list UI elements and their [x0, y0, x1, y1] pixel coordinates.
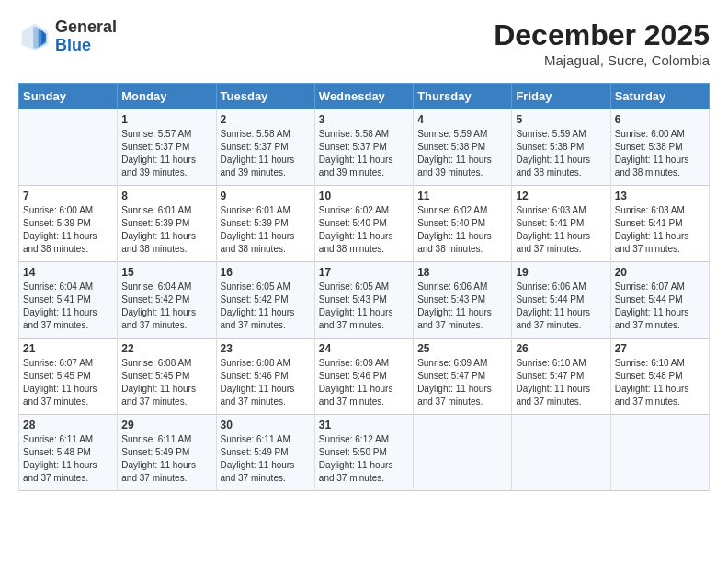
cell-info: Sunrise: 6:10 AM Sunset: 5:47 PM Dayligh…	[516, 357, 606, 408]
day-number: 8	[121, 190, 211, 202]
logo-blue-text: Blue	[55, 36, 91, 54]
day-number: 17	[319, 266, 409, 279]
day-number: 5	[516, 113, 606, 126]
calendar-cell: 27Sunrise: 6:10 AM Sunset: 5:48 PM Dayli…	[610, 339, 709, 415]
col-wednesday: Wednesday	[314, 84, 413, 109]
calendar-cell	[19, 109, 118, 186]
calendar-cell: 1Sunrise: 5:57 AM Sunset: 5:37 PM Daylig…	[118, 109, 216, 186]
day-number: 26	[516, 342, 606, 355]
day-number: 28	[23, 419, 113, 431]
cell-info: Sunrise: 6:10 AM Sunset: 5:48 PM Dayligh…	[615, 357, 705, 408]
day-number: 15	[121, 266, 211, 279]
calendar-cell: 22Sunrise: 6:08 AM Sunset: 5:45 PM Dayli…	[118, 339, 216, 415]
cell-info: Sunrise: 5:58 AM Sunset: 5:37 PM Dayligh…	[319, 128, 409, 179]
calendar-header: Sunday Monday Tuesday Wednesday Thursday…	[19, 84, 710, 109]
calendar-cell: 28Sunrise: 6:11 AM Sunset: 5:48 PM Dayli…	[19, 415, 118, 491]
cell-info: Sunrise: 6:08 AM Sunset: 5:46 PM Dayligh…	[221, 357, 311, 408]
title-area: December 2025 Majagual, Sucre, Colombia	[494, 18, 710, 68]
day-number: 20	[615, 266, 705, 279]
day-number: 19	[516, 266, 606, 279]
day-number: 3	[319, 113, 409, 126]
calendar-cell: 25Sunrise: 6:09 AM Sunset: 5:47 PM Dayli…	[414, 339, 512, 415]
calendar-cell: 15Sunrise: 6:04 AM Sunset: 5:42 PM Dayli…	[118, 262, 216, 339]
calendar-cell: 17Sunrise: 6:05 AM Sunset: 5:43 PM Dayli…	[314, 262, 413, 339]
day-number: 27	[615, 342, 705, 355]
cell-info: Sunrise: 6:11 AM Sunset: 5:49 PM Dayligh…	[121, 433, 211, 485]
day-number: 29	[121, 419, 211, 431]
location: Majagual, Sucre, Colombia	[494, 52, 710, 68]
cell-info: Sunrise: 6:09 AM Sunset: 5:47 PM Dayligh…	[417, 357, 507, 408]
cell-info: Sunrise: 6:09 AM Sunset: 5:46 PM Dayligh…	[319, 357, 409, 408]
cell-info: Sunrise: 6:00 AM Sunset: 5:39 PM Dayligh…	[23, 204, 113, 256]
cell-info: Sunrise: 6:00 AM Sunset: 5:38 PM Dayligh…	[615, 128, 705, 179]
calendar-cell: 31Sunrise: 6:12 AM Sunset: 5:50 PM Dayli…	[314, 415, 413, 491]
day-number: 7	[23, 190, 113, 202]
cell-info: Sunrise: 6:05 AM Sunset: 5:43 PM Dayligh…	[319, 281, 409, 332]
col-friday: Friday	[512, 84, 610, 109]
cell-info: Sunrise: 5:58 AM Sunset: 5:37 PM Dayligh…	[221, 128, 311, 179]
calendar-cell: 11Sunrise: 6:02 AM Sunset: 5:40 PM Dayli…	[414, 186, 512, 262]
calendar-cell: 8Sunrise: 6:01 AM Sunset: 5:39 PM Daylig…	[118, 186, 216, 262]
calendar-cell: 19Sunrise: 6:06 AM Sunset: 5:44 PM Dayli…	[512, 262, 610, 339]
cell-info: Sunrise: 6:03 AM Sunset: 5:41 PM Dayligh…	[615, 204, 705, 256]
day-number: 1	[121, 113, 211, 126]
day-number: 11	[417, 190, 507, 202]
calendar-cell: 29Sunrise: 6:11 AM Sunset: 5:49 PM Dayli…	[118, 415, 216, 491]
calendar-table: Sunday Monday Tuesday Wednesday Thursday…	[18, 83, 710, 491]
day-number: 10	[319, 190, 409, 202]
cell-info: Sunrise: 6:07 AM Sunset: 5:45 PM Dayligh…	[23, 357, 113, 408]
cell-info: Sunrise: 5:59 AM Sunset: 5:38 PM Dayligh…	[417, 128, 507, 179]
col-monday: Monday	[118, 84, 216, 109]
cell-info: Sunrise: 6:12 AM Sunset: 5:50 PM Dayligh…	[319, 433, 409, 485]
header: General Blue December 2025 Majagual, Suc…	[18, 18, 710, 68]
calendar-cell: 24Sunrise: 6:09 AM Sunset: 5:46 PM Dayli…	[314, 339, 413, 415]
calendar-cell: 2Sunrise: 5:58 AM Sunset: 5:37 PM Daylig…	[216, 109, 314, 186]
calendar-cell: 4Sunrise: 5:59 AM Sunset: 5:38 PM Daylig…	[414, 109, 512, 186]
calendar-cell: 13Sunrise: 6:03 AM Sunset: 5:41 PM Dayli…	[610, 186, 709, 262]
day-number: 30	[221, 419, 311, 431]
cell-info: Sunrise: 6:04 AM Sunset: 5:41 PM Dayligh…	[23, 281, 113, 332]
cell-info: Sunrise: 6:02 AM Sunset: 5:40 PM Dayligh…	[417, 204, 507, 256]
calendar-cell: 10Sunrise: 6:02 AM Sunset: 5:40 PM Dayli…	[314, 186, 413, 262]
day-number: 14	[23, 266, 113, 279]
calendar-cell: 12Sunrise: 6:03 AM Sunset: 5:41 PM Dayli…	[512, 186, 610, 262]
logo-icon	[18, 20, 51, 53]
calendar-cell: 30Sunrise: 6:11 AM Sunset: 5:49 PM Dayli…	[216, 415, 314, 491]
calendar-cell: 14Sunrise: 6:04 AM Sunset: 5:41 PM Dayli…	[19, 262, 118, 339]
cell-info: Sunrise: 6:06 AM Sunset: 5:44 PM Dayligh…	[516, 281, 606, 332]
day-number: 18	[417, 266, 507, 279]
day-number: 6	[615, 113, 705, 126]
day-number: 21	[23, 342, 113, 355]
logo-general-text: General	[55, 17, 117, 36]
calendar-cell: 26Sunrise: 6:10 AM Sunset: 5:47 PM Dayli…	[512, 339, 610, 415]
cell-info: Sunrise: 6:06 AM Sunset: 5:43 PM Dayligh…	[417, 281, 507, 332]
calendar-cell: 23Sunrise: 6:08 AM Sunset: 5:46 PM Dayli…	[216, 339, 314, 415]
calendar-week-row: 28Sunrise: 6:11 AM Sunset: 5:48 PM Dayli…	[19, 415, 710, 491]
col-thursday: Thursday	[414, 84, 512, 109]
cell-info: Sunrise: 5:59 AM Sunset: 5:38 PM Dayligh…	[516, 128, 606, 179]
day-number: 4	[417, 113, 507, 126]
calendar-body: 1Sunrise: 5:57 AM Sunset: 5:37 PM Daylig…	[19, 109, 710, 491]
day-number: 16	[221, 266, 311, 279]
cell-info: Sunrise: 6:11 AM Sunset: 5:49 PM Dayligh…	[221, 433, 311, 485]
calendar-week-row: 1Sunrise: 5:57 AM Sunset: 5:37 PM Daylig…	[19, 109, 710, 186]
day-number: 22	[121, 342, 211, 355]
header-row: Sunday Monday Tuesday Wednesday Thursday…	[19, 84, 710, 109]
cell-info: Sunrise: 6:03 AM Sunset: 5:41 PM Dayligh…	[516, 204, 606, 256]
cell-info: Sunrise: 6:02 AM Sunset: 5:40 PM Dayligh…	[319, 204, 409, 256]
calendar-cell	[512, 415, 610, 491]
day-number: 13	[615, 190, 705, 202]
day-number: 31	[319, 419, 409, 431]
day-number: 2	[221, 113, 311, 126]
calendar-cell: 9Sunrise: 6:01 AM Sunset: 5:39 PM Daylig…	[216, 186, 314, 262]
calendar-cell: 7Sunrise: 6:00 AM Sunset: 5:39 PM Daylig…	[19, 186, 118, 262]
calendar-cell: 3Sunrise: 5:58 AM Sunset: 5:37 PM Daylig…	[314, 109, 413, 186]
cell-info: Sunrise: 6:05 AM Sunset: 5:42 PM Dayligh…	[221, 281, 311, 332]
cell-info: Sunrise: 6:01 AM Sunset: 5:39 PM Dayligh…	[121, 204, 211, 256]
day-number: 12	[516, 190, 606, 202]
month-year: December 2025	[494, 18, 710, 52]
calendar-cell: 16Sunrise: 6:05 AM Sunset: 5:42 PM Dayli…	[216, 262, 314, 339]
calendar-cell: 5Sunrise: 5:59 AM Sunset: 5:38 PM Daylig…	[512, 109, 610, 186]
cell-info: Sunrise: 6:11 AM Sunset: 5:48 PM Dayligh…	[23, 433, 113, 485]
calendar-cell: 20Sunrise: 6:07 AM Sunset: 5:44 PM Dayli…	[610, 262, 709, 339]
